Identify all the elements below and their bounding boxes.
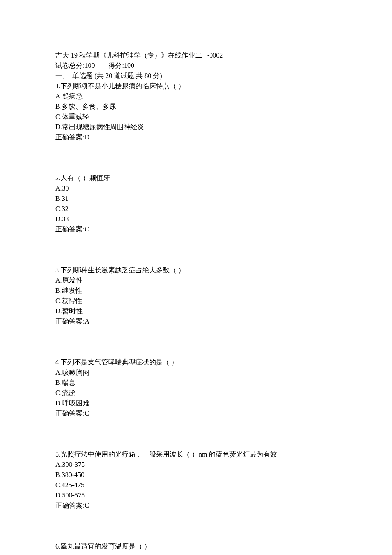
question-option: B.31 — [55, 194, 337, 204]
question-block: 6.睾丸最适宜的发育温度是（ ） — [55, 541, 337, 552]
question-answer: 正确答案:C — [55, 500, 337, 511]
page: 吉大 19 秋学期《儿科护理学（专）》在线作业二 -0002 试卷总分:100 … — [0, 0, 392, 555]
question-block: 5.光照疗法中使用的光疗箱，一般采用波长（ ）nm 的蓝色荧光灯最为有效A.30… — [55, 449, 337, 511]
question-block: 3.下列哪种生长激素缺乏症占绝大多数（ ）A.原发性B.继发性C.获得性D.暂时… — [55, 265, 337, 327]
question-option: A.300-375 — [55, 460, 337, 470]
score-line: 试卷总分:100 得分:100 — [55, 61, 337, 71]
question-block: 2.人有（ ）颗恒牙A.30B.31C.32D.33正确答案:C — [55, 173, 337, 234]
question-option: B.380-450 — [55, 470, 337, 480]
question-stem: 4.下列不是支气管哮喘典型症状的是（ ） — [55, 357, 337, 367]
question-stem: 5.光照疗法中使用的光疗箱，一般采用波长（ ）nm 的蓝色荧光灯最为有效 — [55, 449, 337, 460]
question-option: C.获得性 — [55, 296, 337, 306]
question-option: A.咳嗽胸闷 — [55, 367, 337, 378]
question-answer: 正确答案:D — [55, 132, 337, 142]
question-stem: 3.下列哪种生长激素缺乏症占绝大多数（ ） — [55, 265, 337, 275]
exam-title: 吉大 19 秋学期《儿科护理学（专）》在线作业二 -0002 — [55, 50, 337, 61]
question-stem: 6.睾丸最适宜的发育温度是（ ） — [55, 541, 337, 552]
section-title: 一、 单选题 (共 20 道试题,共 80 分) — [55, 71, 337, 81]
question-option: D.呼吸困难 — [55, 398, 337, 408]
question-option: A.30 — [55, 183, 337, 194]
question-option: C.体重减轻 — [55, 112, 337, 122]
question-block: 4.下列不是支气管哮喘典型症状的是（ ）A.咳嗽胸闷B.喘息C.流涕D.呼吸困难… — [55, 357, 337, 419]
question-option: C.425-475 — [55, 480, 337, 490]
questions-container: 1.下列哪项不是小儿糖尿病的临床特点（ ）A.起病急B.多饮、多食、多尿C.体重… — [55, 81, 337, 552]
question-answer: 正确答案:A — [55, 316, 337, 327]
question-option: B.继发性 — [55, 286, 337, 296]
question-stem: 2.人有（ ）颗恒牙 — [55, 173, 337, 183]
question-option: C.32 — [55, 204, 337, 214]
question-option: D.500-575 — [55, 490, 337, 500]
question-stem: 1.下列哪项不是小儿糖尿病的临床特点（ ） — [55, 81, 337, 91]
question-option: D.常出现糖尿病性周围神经炎 — [55, 122, 337, 132]
question-block: 1.下列哪项不是小儿糖尿病的临床特点（ ）A.起病急B.多饮、多食、多尿C.体重… — [55, 81, 337, 142]
question-option: A.起病急 — [55, 91, 337, 101]
question-option: D.暂时性 — [55, 306, 337, 316]
question-option: B.多饮、多食、多尿 — [55, 101, 337, 112]
question-option: C.流涕 — [55, 388, 337, 398]
question-option: A.原发性 — [55, 275, 337, 286]
question-option: D.33 — [55, 214, 337, 224]
question-answer: 正确答案:C — [55, 408, 337, 419]
question-answer: 正确答案:C — [55, 224, 337, 234]
question-option: B.喘息 — [55, 378, 337, 388]
